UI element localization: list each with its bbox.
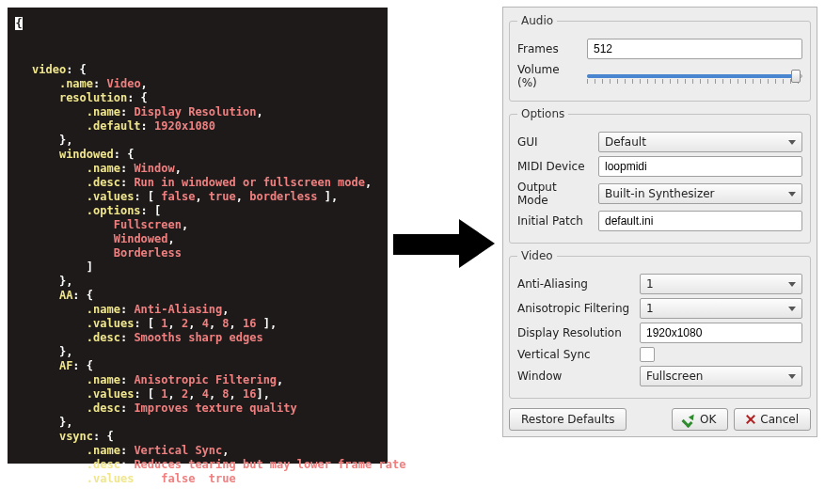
volume-label: Volume (%) <box>517 63 587 89</box>
chevron-down-icon <box>788 140 796 145</box>
ok-button[interactable]: OK <box>672 408 728 431</box>
af-label: Anisotropic Filtering <box>517 302 640 315</box>
video-legend: Video <box>517 249 557 262</box>
midi-input[interactable] <box>598 156 802 177</box>
af-combo[interactable]: 1 <box>640 298 802 319</box>
arrow-icon <box>393 219 497 268</box>
chevron-down-icon <box>788 192 796 197</box>
volume-slider[interactable] <box>587 68 802 85</box>
midi-label: MIDI Device <box>517 160 598 173</box>
combo-value: 1 <box>646 302 654 315</box>
settings-dialog: Audio Frames Volume (%) Options GUI Defa… <box>502 7 817 437</box>
cancel-button[interactable]: Cancel <box>734 408 811 431</box>
frames-input[interactable] <box>587 39 802 59</box>
gui-label: GUI <box>517 135 598 149</box>
window-combo[interactable]: Fullscreen <box>640 366 802 386</box>
cancel-icon <box>746 415 755 424</box>
patch-input[interactable] <box>598 211 802 231</box>
aa-label: Anti-Aliasing <box>517 277 640 291</box>
resolution-label: Display Resolution <box>517 326 640 339</box>
cursor-icon: { <box>15 17 23 30</box>
chevron-down-icon <box>788 374 796 379</box>
audio-legend: Audio <box>517 14 557 27</box>
combo-value: Default <box>605 135 646 149</box>
options-legend: Options <box>517 107 568 120</box>
vsync-label: Vertical Sync <box>517 348 640 361</box>
combo-value: Fullscreen <box>646 370 703 383</box>
vsync-checkbox[interactable] <box>640 347 655 362</box>
chevron-down-icon <box>788 282 796 287</box>
frames-label: Frames <box>517 42 587 55</box>
gui-combo[interactable]: Default <box>598 132 802 152</box>
output-combo[interactable]: Built-in Synthesizer <box>598 183 802 204</box>
code-editor[interactable]: { video: { .name: Video, resolution: { .… <box>8 8 388 464</box>
combo-value: Built-in Synthesizer <box>605 187 715 200</box>
window-label: Window <box>517 370 640 383</box>
combo-value: 1 <box>646 277 654 291</box>
video-group: Video Anti-Aliasing 1 Anisotropic Filter… <box>509 249 811 399</box>
resolution-input[interactable] <box>640 323 802 343</box>
code-body: video: { .name: Video, resolution: { .na… <box>32 63 371 504</box>
patch-label: Initial Patch <box>517 214 598 228</box>
options-group: Options GUI Default MIDI Device Output M… <box>509 107 811 244</box>
audio-group: Audio Frames Volume (%) <box>509 14 811 102</box>
restore-defaults-button[interactable]: Restore Defaults <box>509 408 627 431</box>
button-bar: Restore Defaults OK Cancel <box>507 404 813 433</box>
ok-icon <box>684 415 695 424</box>
output-label: Output Mode <box>517 181 598 207</box>
chevron-down-icon <box>788 307 796 311</box>
aa-combo[interactable]: 1 <box>640 274 802 294</box>
